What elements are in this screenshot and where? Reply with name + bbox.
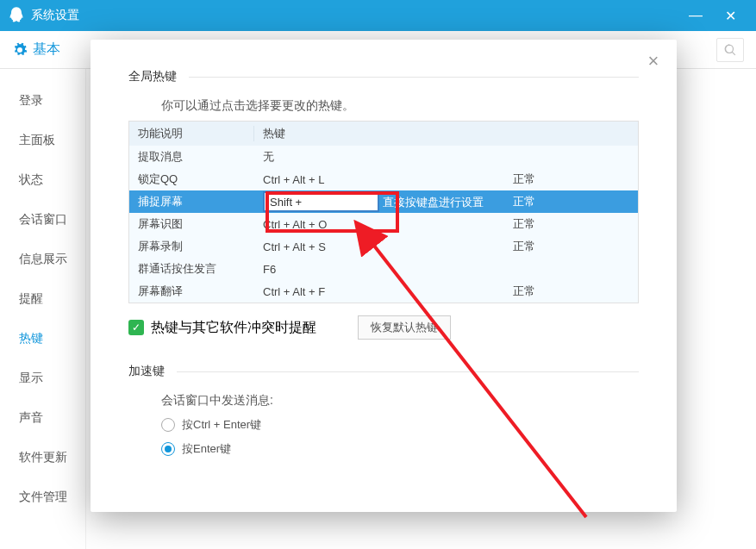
option-enter[interactable]: 按Enter键 xyxy=(161,441,639,457)
table-row[interactable]: 提取消息 无 xyxy=(129,146,638,168)
sidebar: 登录 主面板 状态 会话窗口 信息展示 提醒 热键 显示 声音 软件更新 文件管… xyxy=(0,69,86,549)
table-row[interactable]: 群通话按住发言 F6 xyxy=(129,258,638,280)
cell-func: 捕捉屏幕 xyxy=(129,194,254,209)
section-global-hotkey: 全局热键 xyxy=(128,69,639,84)
section-accel-key: 加速键 xyxy=(128,364,639,379)
cell-status: 正常 xyxy=(504,239,638,254)
restore-defaults-button[interactable]: 恢复默认热键 xyxy=(358,315,451,340)
table-row[interactable]: 屏幕录制 Ctrl + Alt + S 正常 xyxy=(129,235,638,258)
sidebar-item-info-display[interactable]: 信息展示 xyxy=(0,240,85,279)
hotkey-dialog: × 全局热键 你可以通过点击选择要更改的热键。 功能说明 热键 提取消息 无 锁… xyxy=(91,40,677,512)
sidebar-item-reminder[interactable]: 提醒 xyxy=(0,279,85,319)
sidebar-item-label: 热键 xyxy=(19,331,43,346)
tab-basic[interactable]: 基本 xyxy=(12,41,60,59)
section-label: 全局热键 xyxy=(128,69,177,84)
sidebar-item-label: 状态 xyxy=(19,172,43,188)
cell-func: 锁定QQ xyxy=(129,172,254,187)
dialog-close-button[interactable]: × xyxy=(642,50,665,72)
dialog-overlay: × 全局热键 你可以通过点击选择要更改的热键。 功能说明 热键 提取消息 无 锁… xyxy=(0,0,756,549)
section-label: 加速键 xyxy=(128,364,165,379)
radio-icon xyxy=(161,442,175,456)
cell-key: Ctrl + Alt + F xyxy=(254,285,504,298)
sidebar-item-label: 文件管理 xyxy=(19,490,67,505)
close-button[interactable]: ✕ xyxy=(713,0,747,31)
sidebar-item-label: 显示 xyxy=(19,371,43,386)
sidebar-item-status[interactable]: 状态 xyxy=(0,160,85,200)
cell-status: 正常 xyxy=(504,284,638,299)
sidebar-item-label: 主面板 xyxy=(19,133,55,148)
titlebar: 系统设置 — ✕ xyxy=(0,0,756,31)
option-label: 按Ctrl + Enter键 xyxy=(182,417,261,433)
cell-key: Ctrl + Alt + S xyxy=(254,240,504,253)
sidebar-item-file-manage[interactable]: 文件管理 xyxy=(0,477,85,517)
cell-status: 正常 xyxy=(504,172,638,187)
radio-icon xyxy=(161,418,175,432)
cell-func: 屏幕识图 xyxy=(129,216,254,232)
cell-func: 提取消息 xyxy=(129,149,254,165)
hotkey-hint: 你可以通过点击选择要更改的热键。 xyxy=(161,98,639,114)
divider xyxy=(177,371,639,372)
cell-status: 正常 xyxy=(504,216,638,232)
minimize-button[interactable]: — xyxy=(678,0,713,31)
sidebar-item-update[interactable]: 软件更新 xyxy=(0,438,85,477)
search-icon xyxy=(724,44,736,56)
send-label: 会话窗口中发送消息: xyxy=(161,393,639,409)
app-logo-icon xyxy=(9,6,24,25)
sidebar-item-chat-window[interactable]: 会话窗口 xyxy=(0,200,85,240)
sidebar-item-label: 登录 xyxy=(19,93,43,109)
sidebar-item-label: 软件更新 xyxy=(19,450,67,465)
hotkey-inline-hint: 直接按键盘进行设置 xyxy=(383,196,484,209)
cell-key: F6 xyxy=(254,263,504,276)
cell-key: 无 xyxy=(254,149,504,165)
col-hotkey: 热键 xyxy=(254,126,638,141)
sidebar-item-label: 声音 xyxy=(19,410,43,426)
cell-key-edit: 直接按键盘进行设置 xyxy=(254,191,504,212)
table-header: 功能说明 热键 xyxy=(129,122,638,146)
sidebar-item-main-panel[interactable]: 主面板 xyxy=(0,121,85,160)
gear-icon xyxy=(12,42,28,58)
conflict-checkbox-row: ✓ 热键与其它软件冲突时提醒 恢复默认热键 xyxy=(128,315,639,340)
table-row-selected[interactable]: 捕捉屏幕 直接按键盘进行设置 正常 xyxy=(129,190,638,213)
table-row[interactable]: 屏幕翻译 Ctrl + Alt + F 正常 xyxy=(129,280,638,303)
sidebar-item-hotkey[interactable]: 热键 xyxy=(0,319,85,359)
conflict-checkbox[interactable]: ✓ xyxy=(128,320,144,335)
table-row[interactable]: 锁定QQ Ctrl + Alt + L 正常 xyxy=(129,168,638,190)
cell-func: 屏幕录制 xyxy=(129,239,254,254)
cell-func: 群通话按住发言 xyxy=(129,261,254,277)
hotkey-input[interactable] xyxy=(263,191,379,212)
option-ctrl-enter[interactable]: 按Ctrl + Enter键 xyxy=(161,417,639,433)
cell-func: 屏幕翻译 xyxy=(129,284,254,299)
divider xyxy=(189,77,639,78)
window-title: 系统设置 xyxy=(31,8,79,23)
sidebar-item-label: 信息展示 xyxy=(19,252,67,267)
hotkey-table: 功能说明 热键 提取消息 无 锁定QQ Ctrl + Alt + L 正常 捕捉… xyxy=(128,121,639,303)
cell-key: Ctrl + Alt + L xyxy=(254,173,504,186)
search-button[interactable] xyxy=(716,38,744,62)
sidebar-item-login[interactable]: 登录 xyxy=(0,81,85,121)
table-row[interactable]: 屏幕识图 Ctrl + Alt + O 正常 xyxy=(129,213,638,235)
option-label: 按Enter键 xyxy=(182,441,231,457)
conflict-label: 热键与其它软件冲突时提醒 xyxy=(151,319,316,337)
sidebar-item-display[interactable]: 显示 xyxy=(0,359,85,398)
sidebar-item-label: 会话窗口 xyxy=(19,212,67,228)
cell-key: Ctrl + Alt + O xyxy=(254,218,504,231)
sidebar-item-label: 提醒 xyxy=(19,291,43,307)
cell-status: 正常 xyxy=(504,194,638,209)
sidebar-item-sound[interactable]: 声音 xyxy=(0,398,85,438)
col-func: 功能说明 xyxy=(129,126,254,141)
tab-basic-label: 基本 xyxy=(33,41,60,59)
